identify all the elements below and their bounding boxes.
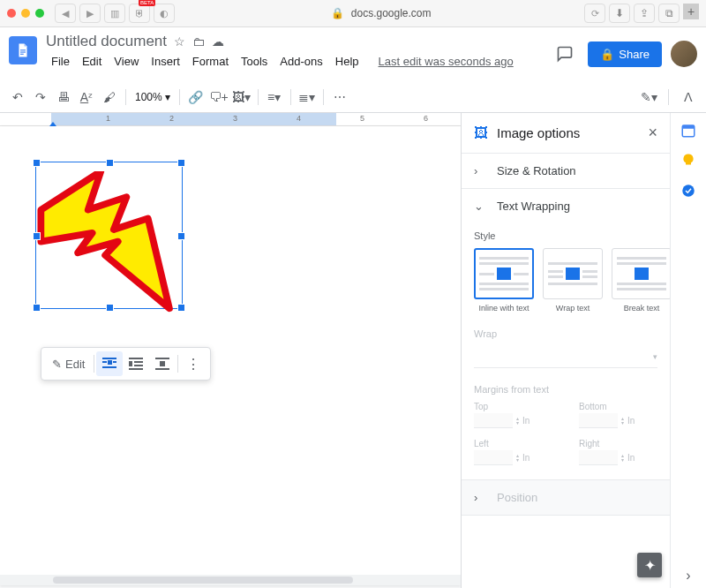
zoom-dropdown[interactable]: 100%▾	[131, 91, 174, 103]
explore-button[interactable]: ✦	[637, 553, 662, 577]
menu-insert[interactable]: Insert	[146, 52, 185, 71]
edit-image-button[interactable]: ✎ Edit	[45, 358, 92, 371]
tabs-button[interactable]: ⧉	[658, 4, 680, 23]
ruler-tick: 1	[106, 114, 110, 123]
lock-icon: 🔒	[331, 7, 344, 19]
reload-button[interactable]: ⟳	[584, 4, 605, 23]
star-icon[interactable]: ☆	[174, 34, 185, 49]
margin-bottom-input	[579, 413, 618, 428]
section-toggle-size[interactable]: › Size & Rotation	[462, 154, 670, 188]
link-button[interactable]: 🔗	[185, 87, 207, 108]
more-toolbar-button[interactable]: ⋯	[329, 87, 350, 108]
ruler-margin-area	[51, 113, 336, 125]
add-comment-button[interactable]: 🗨+	[208, 87, 229, 108]
new-tab-button[interactable]: +	[683, 4, 699, 19]
address-bar[interactable]: 🔒 docs.google.com	[178, 7, 584, 19]
line-spacing-button[interactable]: ≣▾	[297, 87, 318, 108]
nav-back-button[interactable]: ◀	[55, 4, 76, 23]
svg-rect-7	[113, 361, 116, 363]
horizontal-ruler[interactable]: 1 2 3 4 5 6	[0, 113, 461, 126]
inline-text-button[interactable]	[96, 351, 123, 376]
paint-format-button[interactable]: 🖌	[99, 87, 120, 108]
menu-addons[interactable]: Add-ons	[274, 52, 327, 71]
menu-view[interactable]: View	[109, 52, 144, 71]
tasks-addon-button[interactable]	[680, 182, 697, 200]
break-icon	[155, 358, 169, 370]
menu-edit[interactable]: Edit	[77, 52, 107, 71]
align-button[interactable]: ≡▾	[264, 87, 285, 108]
panel-close-button[interactable]: ×	[648, 124, 657, 142]
svg-rect-4	[102, 358, 116, 359]
close-window-button[interactable]	[7, 9, 16, 18]
cloud-status-icon[interactable]: ☁	[212, 34, 224, 49]
contrast-button[interactable]: ◐	[154, 4, 175, 23]
break-text-button[interactable]	[149, 351, 176, 376]
share-browser-button[interactable]: ⇪	[634, 4, 655, 23]
menu-file[interactable]: File	[46, 52, 75, 71]
resize-handle-se[interactable]	[177, 304, 185, 312]
svg-rect-8	[102, 366, 116, 368]
separator	[668, 89, 669, 105]
horizontal-scrollbar[interactable]	[53, 577, 353, 584]
minimize-window-button[interactable]	[21, 9, 30, 18]
inline-icon	[102, 358, 116, 370]
undo-button[interactable]: ↶	[7, 87, 28, 108]
move-icon[interactable]: 🗀	[192, 34, 205, 49]
style-caption: Wrap text	[543, 304, 603, 313]
dropdown-arrow-icon: ▾	[653, 352, 657, 361]
spellcheck-button[interactable]: Aᶻ	[76, 87, 97, 108]
unit-label: In	[627, 453, 635, 463]
shield-button[interactable]: ⛨ BETA	[129, 4, 150, 23]
pencil-icon: ✎	[52, 358, 62, 371]
section-toggle-wrap[interactable]: ⌄ Text Wrapping	[462, 189, 670, 223]
calendar-addon-button[interactable]	[680, 122, 697, 139]
image-options-panel: 🖼 Image options × › Size & Rotation ⌄ Te…	[461, 113, 670, 588]
collapse-toolbar-button[interactable]: ᐱ	[678, 87, 699, 108]
margins-label: Margins from text	[474, 384, 657, 395]
document-canvas[interactable]: ✎ Edit ⋮	[0, 126, 461, 585]
print-button[interactable]: 🖶	[53, 87, 74, 108]
keep-addon-button[interactable]	[680, 152, 697, 170]
share-button[interactable]: 🔒 Share	[588, 41, 662, 67]
document-title[interactable]: Untitled document	[46, 33, 167, 50]
style-break-option[interactable]: Break text	[612, 248, 672, 313]
selected-image-frame[interactable]	[35, 162, 183, 309]
svg-rect-1	[20, 52, 26, 53]
editing-mode-button[interactable]: ✎▾	[638, 87, 659, 108]
maximize-window-button[interactable]	[35, 9, 44, 18]
menu-format[interactable]: Format	[187, 52, 234, 71]
resize-handle-nw[interactable]	[33, 159, 41, 167]
break-thumb	[612, 248, 672, 299]
panel-header: 🖼 Image options ×	[462, 113, 670, 154]
account-avatar[interactable]	[671, 41, 697, 67]
resize-handle-w[interactable]	[33, 232, 41, 240]
menu-help[interactable]: Help	[330, 52, 364, 71]
wrap-text-button[interactable]	[123, 351, 149, 376]
docs-logo[interactable]	[9, 36, 37, 64]
download-button[interactable]: ⬇	[609, 4, 630, 23]
style-wrap-option[interactable]: Wrap text	[543, 248, 603, 313]
resize-handle-n[interactable]	[106, 159, 114, 167]
unit-label: In	[522, 416, 530, 426]
comments-button[interactable]	[551, 40, 579, 68]
last-edit-link[interactable]: Last edit was seconds ago	[373, 52, 519, 71]
resize-handle-s[interactable]	[106, 304, 114, 312]
resize-handle-e[interactable]	[177, 232, 185, 240]
window-controls	[7, 9, 44, 18]
nav-forward-button[interactable]: ▶	[79, 4, 101, 23]
svg-rect-0	[20, 49, 26, 50]
sidebar-toggle-button[interactable]: ▥	[104, 4, 125, 23]
separator	[258, 89, 259, 105]
comment-icon	[556, 45, 574, 63]
margin-top-input	[474, 413, 513, 428]
insert-image-button[interactable]: 🖼▾	[231, 87, 252, 108]
lightning-bolt-image[interactable]	[34, 171, 184, 317]
image-more-button[interactable]: ⋮	[180, 351, 207, 376]
resize-handle-ne[interactable]	[177, 159, 185, 167]
style-inline-option[interactable]: Inline with text	[474, 248, 534, 313]
menu-tools[interactable]: Tools	[236, 52, 273, 71]
svg-rect-2	[20, 54, 24, 55]
redo-button[interactable]: ↷	[30, 87, 51, 108]
hide-siderail-button[interactable]: ›	[680, 567, 697, 584]
resize-handle-sw[interactable]	[33, 304, 41, 312]
